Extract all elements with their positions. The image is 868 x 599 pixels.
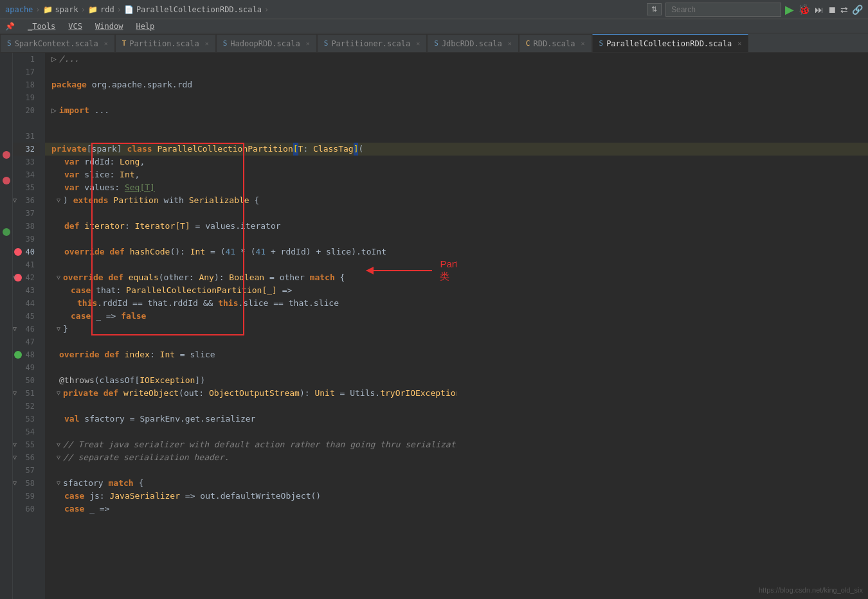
tab-sparkcontext[interactable]: S SparkContext.scala ✕ [0,34,115,52]
code-line-19 [45,91,457,104]
line-33: 33 [13,156,40,168]
code-line-58: ▽sfactory match { [45,477,457,490]
tab-parallelcollectionrdd[interactable]: S ParallelCollectionRDD.scala ✕ [592,34,749,52]
breadcrumb-sep3: › [117,5,122,14]
code-line-38: def iterator: Iterator[T] = values.itera… [45,220,457,233]
tab-jdbcrdd-close[interactable]: ✕ [508,40,512,47]
line-47: 47 [13,335,40,348]
code-line-47 [45,335,457,348]
tab-jdbcrdd-label: JdbcRDD.scala [442,39,502,48]
code-line-56: ▽// separate serialization header. [45,451,457,464]
tab-partitioner-close[interactable]: ✕ [416,40,420,47]
breadcrumb-sep1: › [35,5,40,14]
line-46: 46▽ [13,323,40,335]
tab-partition[interactable]: T Partition.scala ✕ [115,34,216,52]
line-36: 36▽ [13,194,40,207]
debug-button[interactable]: 🐞 [798,3,811,15]
code-line-60: case _ => [45,503,457,515]
code-line-34: var slice: Int, [45,168,457,181]
tab-rdd-label: RDD.scala [533,39,575,48]
tab-partition-close[interactable]: ✕ [205,40,209,47]
code-line-55: ▽// Treat java serializer with default a… [45,438,457,451]
menu-vcs[interactable]: VCS [68,22,82,31]
tab-sparkcontext-close[interactable]: ✕ [104,40,108,47]
breadcrumb-apache[interactable]: apache [5,5,33,14]
line-59: 59 [13,490,40,503]
menu-tools[interactable]: _Tools [28,22,55,31]
tab-hadooprdd[interactable]: S HadoopRDD.scala ✕ [216,34,317,52]
code-line-18: package org.apache.spark.rdd [45,78,457,91]
code-line-48: override def index: Int = slice [45,348,457,361]
breadcrumb-folder-icon2: 📁 [88,5,98,14]
watermark: https://blog.csdn.net/king_old_six [759,586,863,594]
search-input[interactable] [665,3,781,17]
tab-partitioner-label: Partitioner.scala [331,39,410,48]
line-45: 45 [13,310,40,323]
line-1: 1 [13,53,40,66]
tab-bar: S SparkContext.scala ✕ T Partition.scala… [0,33,868,53]
line-34: 34 [13,168,40,181]
breadcrumb: apache › 📁 spark › 📁 rdd › 📄 ParallelCol… [5,5,269,14]
tab-sparkcontext-label: SparkContext.scala [15,39,98,48]
tab-partitioner[interactable]: S Partitioner.scala ✕ [317,34,427,52]
editor-content[interactable]: ▷/... package org.apache.spark.rdd ▷impo… [45,53,457,599]
code-line-20: ▷import ... [45,104,457,117]
menu-item-pin: 📌 [5,22,15,31]
menu-help[interactable]: Help [136,22,154,31]
line-44: 44 [13,297,40,310]
code-line-36: ▽) extends Partition with Serializable { [45,194,457,207]
tab-parallelcollectionrdd-close[interactable]: ✕ [737,40,741,47]
line-52: 52 [13,400,40,413]
tab-rdd-close[interactable]: ✕ [581,40,584,47]
line-60: 60 [13,503,40,515]
tab-hadooprdd-label: HadoopRDD.scala [230,39,300,48]
tab-rdd[interactable]: C RDD.scala ✕ [519,34,592,52]
step-over-button[interactable]: ⏭ [815,4,824,15]
line-42: 42▽ [13,271,40,284]
line-blank1 [13,117,40,130]
code-line-1: ▷/... [45,53,457,66]
code-line-37 [45,207,457,220]
toolbar-right: ⇅ ▶ 🐞 ⏭ ⏹ ⇄ 🔗 [647,3,863,17]
breadcrumb-rdd[interactable]: rdd [100,5,114,14]
line-38: 38 [13,220,40,233]
nav-back-button[interactable]: ⇄ [840,4,848,15]
code-line-33: var rddId: Long, [45,156,457,168]
code-line-44: this.rddId == that.rddId && this.slice =… [45,297,457,310]
line-50: 50 [13,374,40,387]
code-line-57 [45,464,457,477]
code-line-42: ▽override def equals(other: Any): Boolea… [45,271,457,284]
tab-parallelcollectionrdd-label: ParallelCollectionRDD.scala [606,39,732,48]
line-41: 41 [13,258,40,271]
breadcrumb-spark[interactable]: spark [55,5,78,14]
code-line-39 [45,233,457,246]
nav-forward-button[interactable]: 🔗 [852,4,863,15]
line-31: 31 [13,130,40,143]
left-sidebar [0,53,13,599]
code-line-43: case that: ParallelCollectionPartition[_… [45,284,457,297]
code-line-40: override def hashCode(): Int = (41 * (41… [45,246,457,258]
line-32: 32 [13,143,40,156]
run-button[interactable]: ▶ [785,3,794,17]
tab-hadooprdd-close[interactable]: ✕ [306,40,310,47]
right-gutter [457,53,868,599]
stop-button[interactable]: ⏹ [827,4,836,15]
menu-window[interactable]: Window [95,22,123,31]
line-54: 54 [13,425,40,438]
breadcrumb-filename[interactable]: ParallelCollectionRDD.scala [136,5,262,14]
line-40: 40 [13,246,40,258]
line-39: 39 [13,233,40,246]
code-line-52 [45,400,457,413]
line-18: 18 [13,78,40,91]
line-55: 55▽ [13,438,40,451]
line-35: 35 [13,181,40,194]
line-37: 37 [13,207,40,220]
tab-jdbcrdd[interactable]: S JdbcRDD.scala ✕ [427,34,519,52]
code-line-46: ▽} [45,323,457,335]
code-line-45: case _ => false [45,310,457,323]
sort-button[interactable]: ⇅ [647,3,662,15]
tab-partition-label: Partition.scala [129,39,199,48]
breadcrumb-folder-icon: 📁 [43,5,53,14]
editor-container: 1 17 18 19 20 31 32 33 34 35 36▽ 37 38 3… [0,53,868,599]
line-43: 43 [13,284,40,297]
